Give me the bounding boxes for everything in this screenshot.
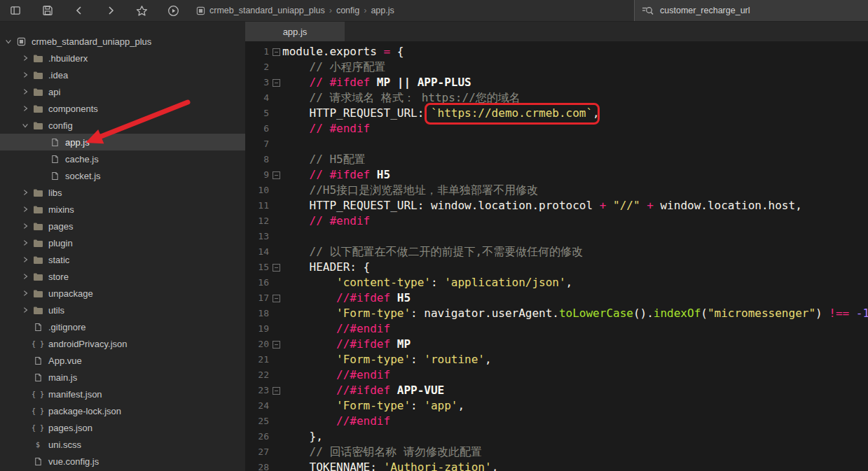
- chevron-right-icon[interactable]: [20, 307, 31, 314]
- code-line: 23 //#ifdef APP-VUE: [249, 383, 868, 398]
- chevron-right-icon[interactable]: [20, 105, 31, 112]
- chevron-right-icon[interactable]: [20, 273, 31, 280]
- file-explorer: crmeb_standard_uniapp_plus.hbuilderx.ide…: [0, 22, 245, 471]
- fold-spacer: [269, 59, 282, 75]
- tree-item-config[interactable]: config: [0, 117, 245, 134]
- code-lines: 1module.exports = {2 // 小程序配置3 // #ifdef…: [249, 44, 868, 471]
- line-number: 22: [249, 367, 269, 383]
- tree-item-unpackage[interactable]: unpackage: [0, 285, 245, 302]
- code-editor[interactable]: 1module.exports = {2 // 小程序配置3 // #ifdef…: [245, 41, 868, 471]
- tree-item-main.js[interactable]: main.js: [0, 369, 245, 386]
- line-number: 19: [249, 321, 269, 337]
- folder-icon: [31, 205, 45, 214]
- tree-item-label: utils: [48, 305, 64, 316]
- code-line: 27 // 回话密钥名称 请勿修改此配置: [249, 444, 868, 460]
- code-line: 8 // H5配置: [249, 152, 868, 167]
- fold-marker-icon[interactable]: [269, 44, 282, 59]
- tree-item-uni.scss[interactable]: $uni.scss: [0, 436, 245, 453]
- favorite-button[interactable]: [126, 0, 158, 21]
- folder-icon: [31, 239, 45, 248]
- braces-icon: { }: [31, 391, 45, 398]
- fold-marker-icon[interactable]: [269, 260, 282, 275]
- chevron-down-icon[interactable]: [20, 122, 31, 129]
- code-line: 10 //H5接口是浏览器地址，非单独部署不用修改: [249, 183, 868, 198]
- line-number: 14: [249, 244, 269, 260]
- code-line: 4 // 请求域名 格式： https://您的域名: [249, 90, 868, 106]
- code-line: 14 // 以下配置在不做二开的前提下,不需要做任何的修改: [249, 244, 868, 260]
- folder-icon: [31, 54, 45, 63]
- chevron-right-icon[interactable]: [20, 256, 31, 263]
- chevron-right-icon[interactable]: [20, 223, 31, 230]
- tree-item-crmeb_standard_uniapp_plus[interactable]: crmeb_standard_uniapp_plus: [0, 33, 245, 50]
- breadcrumb-item[interactable]: crmeb_standard_uniapp_plus: [209, 6, 325, 15]
- tree-item-label: .hbuilderx: [48, 53, 88, 64]
- tree-item-.gitignore[interactable]: .gitignore: [0, 318, 245, 335]
- tree-item-pages.json[interactable]: { }pages.json: [0, 419, 245, 436]
- chevron-right-icon[interactable]: [20, 290, 31, 297]
- save-icon: [42, 5, 53, 16]
- chevron-right-icon[interactable]: [20, 88, 31, 95]
- fold-marker-icon[interactable]: [269, 383, 282, 398]
- tree-item-.hbuilderx[interactable]: .hbuilderx: [0, 50, 245, 66]
- code-line: 2 // 小程序配置: [249, 59, 868, 75]
- tree-item-libs[interactable]: libs: [0, 184, 245, 201]
- fold-marker-icon[interactable]: [269, 75, 282, 90]
- line-number: 20: [249, 337, 269, 352]
- tree-item-mixins[interactable]: mixins: [0, 201, 245, 218]
- fold-marker-icon[interactable]: [269, 337, 282, 352]
- code-text: module.exports = {: [282, 44, 404, 59]
- chevron-right-icon[interactable]: [20, 55, 31, 62]
- code-line: 16 'content-type': 'application/json',: [249, 275, 868, 290]
- chevron-left-icon: [74, 5, 85, 16]
- braces-icon: { }: [31, 424, 45, 432]
- breadcrumb-item[interactable]: config: [336, 6, 359, 15]
- tree-item-androidPrivacy.json[interactable]: { }androidPrivacy.json: [0, 335, 245, 352]
- tree-item-static[interactable]: static: [0, 251, 245, 268]
- line-number: 21: [249, 352, 269, 367]
- code-text: TOKENNAME: 'Authori-zation',: [282, 460, 498, 471]
- nav-forward-button[interactable]: [95, 0, 126, 21]
- folder-icon: [31, 87, 45, 97]
- toggle-sidebar-button[interactable]: [0, 0, 32, 21]
- fold-marker-icon[interactable]: [269, 167, 282, 183]
- editor-pane: app.js 1module.exports = {2 // 小程序配置3 //…: [245, 22, 868, 471]
- tree-item-utils[interactable]: utils: [0, 302, 245, 318]
- tree-item-api[interactable]: api: [0, 83, 245, 100]
- tree-item-label: vue.config.js: [48, 456, 99, 467]
- tree-item-manifest.json[interactable]: { }manifest.json: [0, 386, 245, 402]
- line-number: 17: [249, 290, 269, 306]
- line-number: 3: [249, 75, 269, 90]
- tree-item-App.vue[interactable]: App.vue: [0, 352, 245, 369]
- run-button[interactable]: [158, 0, 189, 21]
- save-button[interactable]: [32, 0, 63, 21]
- line-number: 16: [249, 275, 269, 290]
- tree-item-pages[interactable]: pages: [0, 218, 245, 234]
- tree-item-vue.config.js[interactable]: vue.config.js: [0, 453, 245, 470]
- nav-back-button[interactable]: [63, 0, 95, 21]
- chevron-right-icon[interactable]: [20, 206, 31, 213]
- search-text: customer_recharge_url: [660, 6, 750, 15]
- tree-item-store[interactable]: store: [0, 268, 245, 285]
- chevron-right-icon[interactable]: [20, 239, 31, 246]
- code-text: // #endif: [282, 213, 370, 229]
- search-box[interactable]: customer_recharge_url: [634, 0, 868, 21]
- line-number: 1: [249, 44, 269, 59]
- tree-item-socket.js[interactable]: socket.js: [0, 167, 245, 184]
- tree-item-.idea[interactable]: .idea: [0, 66, 245, 83]
- code-line: 3 // #ifdef MP || APP-PLUS: [249, 75, 868, 90]
- breadcrumb-item[interactable]: app.js: [371, 6, 394, 15]
- fold-marker-icon[interactable]: [269, 290, 282, 306]
- tree-item-components[interactable]: components: [0, 100, 245, 117]
- tab-app-js[interactable]: app.js: [245, 22, 345, 41]
- code-line: 18 'Form-type': navigator.userAgent.toLo…: [249, 306, 868, 321]
- tree-item-plugin[interactable]: plugin: [0, 234, 245, 251]
- tree-item-package-lock.json[interactable]: { }package-lock.json: [0, 402, 245, 419]
- line-number: 28: [249, 460, 269, 471]
- code-line: 28 TOKENNAME: 'Authori-zation',: [249, 460, 868, 471]
- chevron-right-icon[interactable]: [20, 71, 31, 78]
- tree-item-label: socket.js: [65, 171, 101, 181]
- chevron-down-icon[interactable]: [3, 38, 14, 45]
- tree-item-cache.js[interactable]: cache.js: [0, 150, 245, 167]
- chevron-right-icon[interactable]: [20, 189, 31, 196]
- tree-item-app.js[interactable]: app.js: [0, 134, 245, 150]
